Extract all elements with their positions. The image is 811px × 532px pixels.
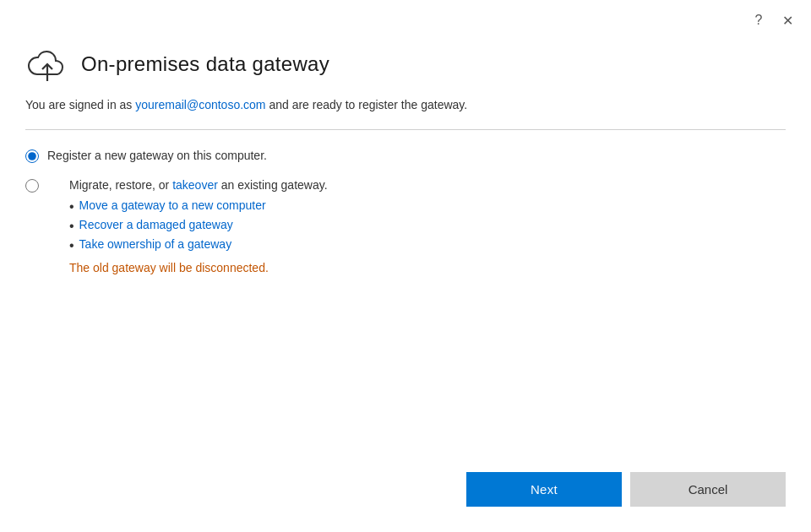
cancel-button[interactable]: Cancel: [630, 472, 786, 507]
options-area: Register a new gateway on this computer.…: [0, 130, 811, 455]
option2-label: Migrate, restore, or takeover an existin…: [69, 178, 328, 192]
dialog-title: On-premises data gateway: [81, 52, 329, 76]
list-item: Recover a damaged gateway: [69, 218, 328, 234]
title-bar: ? ✕: [0, 0, 811, 35]
takeover-link[interactable]: takeover: [172, 178, 218, 192]
cloud-upload-icon: [25, 44, 69, 84]
bullet-item-2: Recover a damaged gateway: [79, 218, 233, 231]
option1-row: Register a new gateway on this computer.: [25, 149, 786, 163]
option1-radio[interactable]: [25, 149, 39, 163]
option2-suffix: an existing gateway.: [218, 178, 328, 192]
signed-in-suffix: and are ready to register the gateway.: [266, 98, 468, 111]
bullet-item-3: Take ownership of a gateway: [79, 237, 232, 251]
disconnect-note: The old gateway will be disconnected.: [69, 261, 328, 274]
help-button[interactable]: ?: [747, 8, 770, 32]
bullet-item-1: Move a gateway to a new computer: [79, 198, 266, 212]
option2-content: Migrate, restore, or takeover an existin…: [69, 178, 328, 274]
signed-in-email: youremail@contoso.com: [135, 98, 265, 111]
dialog-header: On-premises data gateway: [0, 35, 811, 96]
option2-row: Migrate, restore, or takeover an existin…: [25, 178, 786, 274]
list-item: Move a gateway to a new computer: [69, 198, 328, 214]
option1-label[interactable]: Register a new gateway on this computer.: [47, 149, 267, 162]
option2-radio[interactable]: [25, 179, 39, 193]
signed-in-section: You are signed in as youremail@contoso.c…: [0, 96, 811, 129]
signed-in-prefix: You are signed in as: [25, 98, 135, 111]
next-button[interactable]: Next: [466, 472, 622, 507]
dialog: ? ✕ On-premises data gateway You are sig…: [0, 0, 811, 532]
list-item: Take ownership of a gateway: [69, 237, 328, 253]
option2-prefix: Migrate, restore, or: [69, 178, 172, 192]
close-button[interactable]: ✕: [776, 8, 799, 32]
button-bar: Next Cancel: [0, 455, 811, 532]
bullet-list: Move a gateway to a new computer Recover…: [69, 198, 328, 254]
